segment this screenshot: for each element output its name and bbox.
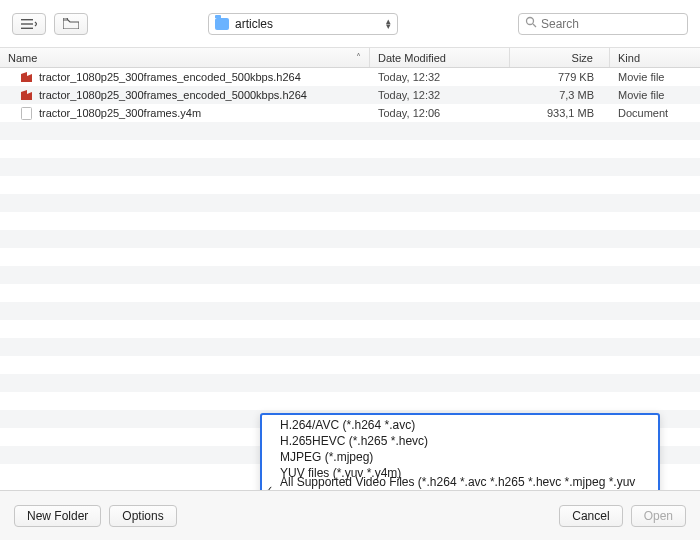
svg-rect-1 <box>21 23 33 24</box>
svg-point-3 <box>527 18 534 25</box>
document-file-icon <box>20 107 33 120</box>
movie-file-icon <box>20 89 33 102</box>
svg-rect-5 <box>22 107 32 119</box>
file-name: tractor_1080p25_300frames_encoded_500kbp… <box>39 71 301 83</box>
empty-row <box>0 176 700 194</box>
file-date: Today, 12:32 <box>370 71 510 83</box>
file-kind: Movie file <box>610 71 700 83</box>
filetype-option-label: H.265HEVC (*.h265 *.hevc) <box>280 434 428 448</box>
file-name: tractor_1080p25_300frames.y4m <box>39 107 201 119</box>
view-list-button[interactable] <box>12 13 46 35</box>
empty-row <box>0 392 700 410</box>
sort-ascending-icon: ˄ <box>356 52 361 63</box>
file-row[interactable]: tractor_1080p25_300frames_encoded_5000kb… <box>0 86 700 104</box>
folder-icon <box>215 18 229 30</box>
empty-row <box>0 140 700 158</box>
empty-row <box>0 284 700 302</box>
file-size: 933,1 MB <box>510 107 610 119</box>
filetype-option[interactable]: H.265HEVC (*.h265 *.hevc) <box>262 433 658 449</box>
path-dropdown[interactable]: articles ▴▾ <box>208 13 398 35</box>
header-name-label: Name <box>8 52 37 64</box>
empty-row <box>0 158 700 176</box>
header-size-label: Size <box>572 52 593 64</box>
open-button[interactable]: Open <box>631 505 686 527</box>
folder-outline-icon <box>63 18 79 29</box>
column-headers: Name ˄ Date Modified Size Kind <box>0 48 700 68</box>
file-kind: Movie file <box>610 89 700 101</box>
path-label: articles <box>235 17 380 31</box>
list-icon <box>21 19 37 29</box>
search-input[interactable] <box>541 17 681 31</box>
empty-row <box>0 230 700 248</box>
file-date: Today, 12:32 <box>370 89 510 101</box>
empty-row <box>0 374 700 392</box>
folder-button[interactable] <box>54 13 88 35</box>
empty-row <box>0 266 700 284</box>
cancel-button[interactable]: Cancel <box>559 505 622 527</box>
file-size: 779 KB <box>510 71 610 83</box>
footer: New Folder Options Cancel Open <box>0 490 700 540</box>
svg-rect-0 <box>21 19 33 20</box>
empty-row <box>0 122 700 140</box>
file-date: Today, 12:06 <box>370 107 510 119</box>
filetype-option-label: H.264/AVC (*.h264 *.avc) <box>280 418 415 432</box>
svg-rect-2 <box>21 27 33 28</box>
header-kind-label: Kind <box>618 52 640 64</box>
options-button[interactable]: Options <box>109 505 176 527</box>
header-kind[interactable]: Kind <box>610 48 700 67</box>
header-name[interactable]: Name ˄ <box>0 48 370 67</box>
empty-row <box>0 212 700 230</box>
empty-row <box>0 194 700 212</box>
file-row[interactable]: tractor_1080p25_300frames.y4mToday, 12:0… <box>0 104 700 122</box>
movie-file-icon <box>20 71 33 84</box>
filetype-option[interactable]: H.264/AVC (*.h264 *.avc) <box>262 417 658 433</box>
chevron-updown-icon: ▴▾ <box>386 19 391 29</box>
empty-row <box>0 320 700 338</box>
file-size: 7,3 MB <box>510 89 610 101</box>
svg-line-4 <box>533 24 536 27</box>
file-row[interactable]: tractor_1080p25_300frames_encoded_500kbp… <box>0 68 700 86</box>
header-date-label: Date Modified <box>378 52 446 64</box>
file-kind: Document <box>610 107 700 119</box>
header-date[interactable]: Date Modified <box>370 48 510 67</box>
toolbar: articles ▴▾ <box>0 0 700 48</box>
new-folder-button[interactable]: New Folder <box>14 505 101 527</box>
empty-row <box>0 248 700 266</box>
header-size[interactable]: Size <box>510 48 610 67</box>
empty-row <box>0 356 700 374</box>
filetype-option[interactable]: MJPEG (*.mjpeg) <box>262 449 658 465</box>
empty-row <box>0 302 700 320</box>
search-icon <box>525 16 537 31</box>
file-name: tractor_1080p25_300frames_encoded_5000kb… <box>39 89 307 101</box>
filetype-option-label: MJPEG (*.mjpeg) <box>280 450 373 464</box>
search-field[interactable] <box>518 13 688 35</box>
empty-row <box>0 338 700 356</box>
